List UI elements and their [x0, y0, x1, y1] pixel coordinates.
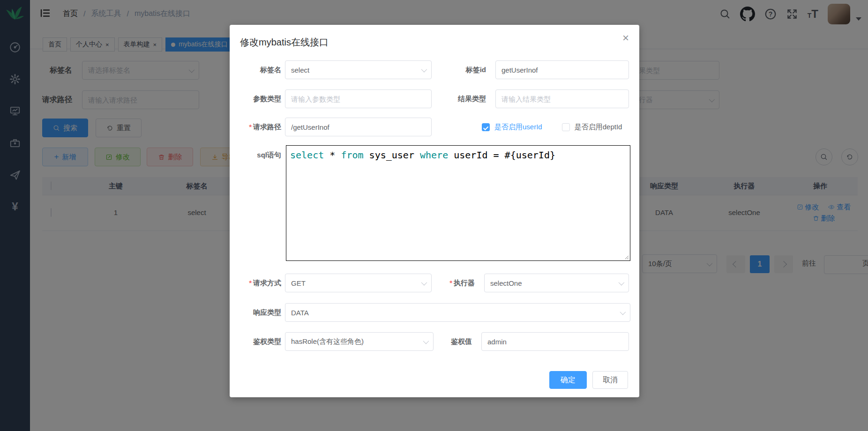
tag-id-input[interactable] [495, 60, 629, 79]
response-type-select[interactable]: DATA [285, 303, 630, 322]
executor-label: *执行器 [432, 279, 480, 288]
confirm-button[interactable]: 确定 [549, 371, 587, 389]
method-select[interactable]: GET [285, 274, 432, 292]
path-input[interactable] [285, 118, 432, 136]
checkbox-icon [562, 123, 570, 131]
enable-deptid-checkbox[interactable]: 是否启用deptId [562, 123, 622, 132]
enable-userid-checkbox[interactable]: 是否启用userId [482, 123, 542, 132]
tag-id-label: 标签id [432, 66, 492, 74]
chevron-down-icon [619, 279, 625, 285]
auth-value-label: 鉴权值 [434, 337, 478, 346]
close-icon[interactable]: × [622, 32, 629, 44]
chevron-down-icon [423, 338, 429, 344]
auth-type-label: 鉴权类型 [239, 337, 281, 346]
chevron-down-icon [620, 309, 626, 315]
auth-type-select[interactable]: hasRole(含有这些角色) [285, 332, 434, 351]
chevron-down-icon [421, 66, 427, 72]
sql-editor[interactable]: select * from sys_user where userId = #{… [286, 145, 630, 261]
result-type-label: 结果类型 [432, 95, 492, 104]
auth-value-input[interactable] [481, 332, 629, 351]
cancel-button[interactable]: 取消 [592, 371, 628, 389]
sql-label: sql语句 [239, 151, 281, 160]
executor-select[interactable]: selectOne [484, 274, 629, 292]
resize-grip[interactable] [624, 254, 629, 260]
path-label: *请求路径 [239, 123, 281, 132]
tag-name-select[interactable]: select [285, 60, 432, 79]
result-type-input[interactable] [495, 89, 629, 108]
param-type-label: 参数类型 [239, 95, 281, 104]
param-type-input[interactable] [285, 89, 432, 108]
checkbox-icon [482, 123, 490, 131]
method-label: *请求方式 [239, 279, 281, 288]
dialog-title: 修改mybatis在线接口 [240, 36, 329, 49]
chevron-down-icon [421, 279, 427, 285]
edit-mybatis-dialog: 修改mybatis在线接口 × 标签名 select 标签id 参数类型 结果类… [230, 25, 639, 397]
app-page: ¥ 首页 / 系统工具 / mybatis在线接口 [0, 0, 868, 431]
tag-name-label: 标签名 [239, 66, 281, 74]
response-type-label: 响应类型 [239, 308, 281, 317]
